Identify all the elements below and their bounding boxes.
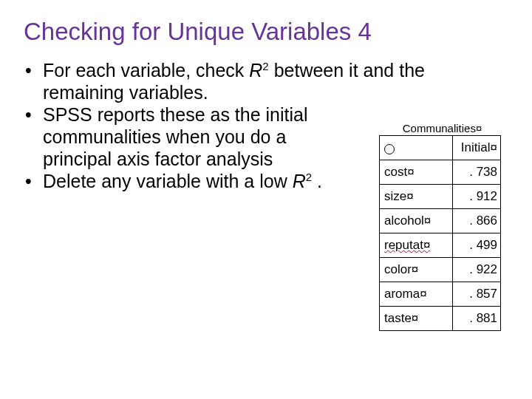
var-value: . 912 bbox=[453, 185, 501, 209]
var-value: . 922 bbox=[453, 258, 501, 282]
var-name: cost¤ bbox=[380, 160, 453, 185]
var-value: . 866 bbox=[453, 209, 501, 233]
table-header-blank bbox=[380, 136, 453, 160]
bullet-3-text-post: . bbox=[312, 171, 322, 191]
var-name: size¤ bbox=[380, 185, 453, 209]
var-value: . 738 bbox=[453, 160, 501, 185]
bullet-1: For each variable, check R2 between it a… bbox=[22, 59, 510, 103]
r-sup: 2 bbox=[262, 60, 268, 72]
var-value: . 499 bbox=[453, 233, 501, 258]
r-italic: R bbox=[249, 60, 262, 81]
var-value: . 857 bbox=[453, 282, 501, 307]
bullet-2: SPSS reports these as the initial commun… bbox=[22, 103, 324, 170]
communalities-table-wrap: Communalities¤ Initial¤ cost¤ . 738 size… bbox=[379, 122, 501, 331]
bullet-2-text: SPSS reports these as the initial commun… bbox=[43, 104, 308, 169]
var-name: taste¤ bbox=[380, 307, 453, 331]
table-header-row: Initial¤ bbox=[380, 136, 501, 160]
r-squared: R2 bbox=[249, 60, 268, 81]
var-value: . 881 bbox=[453, 307, 501, 331]
var-name: aroma¤ bbox=[380, 282, 453, 307]
communalities-table: Initial¤ cost¤ . 738 size¤ . 912 alcohol… bbox=[379, 135, 501, 331]
bullet-3: Delete any variable with a low R2 . bbox=[22, 170, 324, 192]
slide-title: Checking for Unique Variables 4 bbox=[0, 0, 532, 59]
table-header-initial: Initial¤ bbox=[453, 136, 501, 160]
table-row: taste¤ . 881 bbox=[380, 307, 501, 331]
table-row: alcohol¤ . 866 bbox=[380, 209, 501, 233]
table-row: size¤ . 912 bbox=[380, 185, 501, 209]
table-row: reputat¤ . 499 bbox=[380, 233, 501, 258]
table-row: color¤ . 922 bbox=[380, 258, 501, 282]
table-row: cost¤ . 738 bbox=[380, 160, 501, 185]
bullet-3-text-pre: Delete any variable with a low bbox=[43, 171, 293, 191]
r-sup-2: 2 bbox=[306, 171, 312, 183]
squiggle-underline: reputat¤ bbox=[384, 238, 430, 252]
r-italic-2: R bbox=[293, 171, 306, 191]
table-title: Communalities¤ bbox=[383, 122, 501, 134]
var-name: color¤ bbox=[380, 258, 453, 282]
circle-icon bbox=[384, 144, 395, 154]
var-name: reputat¤ bbox=[380, 233, 453, 258]
table-row: aroma¤ . 857 bbox=[380, 282, 501, 307]
var-name: alcohol¤ bbox=[380, 209, 453, 233]
bullet-1-text-pre: For each variable, check bbox=[43, 60, 249, 81]
r-squared-2: R2 bbox=[293, 171, 312, 191]
